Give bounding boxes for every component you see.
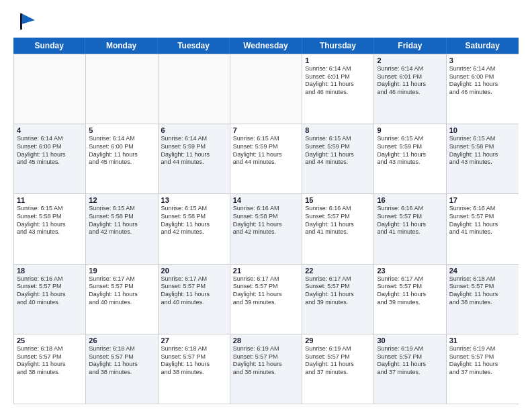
day-cell-28: 28Sunrise: 6:19 AM Sunset: 5:57 PM Dayli…: [230, 334, 302, 404]
calendar: SundayMondayTuesdayWednesdayThursdayFrid…: [13, 38, 519, 404]
day-cell-3: 3Sunrise: 6:14 AM Sunset: 6:00 PM Daylig…: [447, 54, 519, 124]
calendar-body: 1Sunrise: 6:14 AM Sunset: 6:01 PM Daylig…: [13, 54, 519, 404]
day-info: Sunrise: 6:15 AM Sunset: 5:58 PM Dayligh…: [17, 205, 83, 236]
day-cell-10: 10Sunrise: 6:15 AM Sunset: 5:58 PM Dayli…: [447, 124, 519, 193]
day-info: Sunrise: 6:15 AM Sunset: 5:59 PM Dayligh…: [377, 135, 443, 167]
day-info: Sunrise: 6:15 AM Sunset: 5:58 PM Dayligh…: [89, 205, 154, 236]
day-info: Sunrise: 6:14 AM Sunset: 6:00 PM Dayligh…: [449, 65, 516, 97]
day-number: 6: [161, 126, 227, 134]
day-info: Sunrise: 6:18 AM Sunset: 5:57 PM Dayligh…: [89, 345, 154, 377]
header-day-sunday: Sunday: [13, 38, 85, 54]
day-cell-19: 19Sunrise: 6:17 AM Sunset: 5:57 PM Dayli…: [86, 265, 158, 334]
calendar-row-0: 1Sunrise: 6:14 AM Sunset: 6:01 PM Daylig…: [14, 54, 519, 124]
svg-rect-1: [20, 13, 22, 30]
day-info: Sunrise: 6:15 AM Sunset: 5:59 PM Dayligh…: [233, 135, 299, 167]
day-number: 12: [89, 196, 154, 204]
header-day-monday: Monday: [85, 38, 157, 54]
day-info: Sunrise: 6:14 AM Sunset: 6:01 PM Dayligh…: [377, 65, 443, 97]
day-cell-26: 26Sunrise: 6:18 AM Sunset: 5:57 PM Dayli…: [86, 334, 158, 404]
day-info: Sunrise: 6:16 AM Sunset: 5:57 PM Dayligh…: [377, 205, 443, 236]
day-number: 24: [449, 267, 516, 275]
day-number: 8: [305, 126, 371, 134]
day-number: 30: [377, 336, 443, 345]
calendar-row-2: 11Sunrise: 6:15 AM Sunset: 5:58 PM Dayli…: [14, 193, 519, 263]
day-cell-12: 12Sunrise: 6:15 AM Sunset: 5:58 PM Dayli…: [86, 194, 158, 263]
logo-icon: [16, 11, 38, 32]
day-number: 19: [89, 267, 154, 275]
calendar-header: SundayMondayTuesdayWednesdayThursdayFrid…: [13, 38, 519, 54]
day-cell-5: 5Sunrise: 6:14 AM Sunset: 6:00 PM Daylig…: [86, 124, 158, 193]
day-info: Sunrise: 6:17 AM Sunset: 5:57 PM Dayligh…: [305, 275, 371, 307]
day-cell-11: 11Sunrise: 6:15 AM Sunset: 5:58 PM Dayli…: [14, 194, 86, 263]
day-cell-20: 20Sunrise: 6:17 AM Sunset: 5:57 PM Dayli…: [159, 265, 230, 334]
day-cell-23: 23Sunrise: 6:17 AM Sunset: 5:57 PM Dayli…: [374, 265, 446, 334]
day-info: Sunrise: 6:16 AM Sunset: 5:57 PM Dayligh…: [305, 205, 371, 236]
day-info: Sunrise: 6:16 AM Sunset: 5:57 PM Dayligh…: [17, 275, 83, 307]
day-info: Sunrise: 6:17 AM Sunset: 5:57 PM Dayligh…: [233, 275, 299, 307]
day-cell-25: 25Sunrise: 6:18 AM Sunset: 5:57 PM Dayli…: [14, 334, 86, 404]
day-cell-17: 17Sunrise: 6:16 AM Sunset: 5:57 PM Dayli…: [447, 194, 519, 263]
day-info: Sunrise: 6:14 AM Sunset: 5:59 PM Dayligh…: [161, 135, 227, 167]
day-number: 26: [89, 336, 154, 345]
day-cell-22: 22Sunrise: 6:17 AM Sunset: 5:57 PM Dayli…: [302, 265, 374, 334]
day-number: 27: [161, 336, 227, 345]
day-number: 1: [305, 56, 371, 64]
day-cell-9: 9Sunrise: 6:15 AM Sunset: 5:59 PM Daylig…: [374, 124, 446, 193]
day-cell-16: 16Sunrise: 6:16 AM Sunset: 5:57 PM Dayli…: [374, 194, 446, 263]
header-day-thursday: Thursday: [302, 38, 374, 54]
day-info: Sunrise: 6:16 AM Sunset: 5:57 PM Dayligh…: [449, 205, 516, 236]
empty-cell: [159, 54, 230, 124]
day-number: 5: [89, 126, 154, 134]
day-info: Sunrise: 6:18 AM Sunset: 5:57 PM Dayligh…: [449, 275, 516, 307]
day-number: 17: [449, 196, 516, 204]
day-info: Sunrise: 6:17 AM Sunset: 5:57 PM Dayligh…: [89, 275, 154, 307]
calendar-row-3: 18Sunrise: 6:16 AM Sunset: 5:57 PM Dayli…: [14, 264, 519, 334]
empty-cell: [86, 54, 158, 124]
header-day-saturday: Saturday: [447, 38, 519, 54]
day-cell-27: 27Sunrise: 6:18 AM Sunset: 5:57 PM Dayli…: [159, 334, 230, 404]
svg-marker-0: [21, 13, 35, 24]
day-cell-7: 7Sunrise: 6:15 AM Sunset: 5:59 PM Daylig…: [230, 124, 302, 193]
day-cell-30: 30Sunrise: 6:19 AM Sunset: 5:57 PM Dayli…: [374, 334, 446, 404]
day-number: 20: [161, 267, 227, 275]
day-info: Sunrise: 6:18 AM Sunset: 5:57 PM Dayligh…: [17, 345, 83, 377]
day-number: 11: [17, 196, 83, 204]
day-info: Sunrise: 6:17 AM Sunset: 5:57 PM Dayligh…: [161, 275, 227, 307]
day-number: 9: [377, 126, 443, 134]
page: SundayMondayTuesdayWednesdayThursdayFrid…: [0, 0, 532, 411]
day-info: Sunrise: 6:14 AM Sunset: 6:00 PM Dayligh…: [89, 135, 154, 167]
day-number: 2: [377, 56, 443, 64]
day-cell-1: 1Sunrise: 6:14 AM Sunset: 6:01 PM Daylig…: [302, 54, 374, 124]
empty-cell: [14, 54, 86, 124]
header: [13, 11, 519, 32]
day-number: 22: [305, 267, 371, 275]
day-info: Sunrise: 6:19 AM Sunset: 5:57 PM Dayligh…: [449, 345, 516, 377]
day-number: 16: [377, 196, 443, 204]
day-cell-4: 4Sunrise: 6:14 AM Sunset: 6:00 PM Daylig…: [14, 124, 86, 193]
day-number: 25: [17, 336, 83, 345]
day-info: Sunrise: 6:15 AM Sunset: 5:58 PM Dayligh…: [161, 205, 227, 236]
day-number: 28: [233, 336, 299, 345]
logo: [13, 11, 38, 32]
day-info: Sunrise: 6:17 AM Sunset: 5:57 PM Dayligh…: [377, 275, 443, 307]
day-info: Sunrise: 6:16 AM Sunset: 5:58 PM Dayligh…: [233, 205, 299, 236]
day-number: 3: [449, 56, 516, 64]
day-info: Sunrise: 6:18 AM Sunset: 5:57 PM Dayligh…: [161, 345, 227, 377]
day-info: Sunrise: 6:14 AM Sunset: 6:01 PM Dayligh…: [305, 65, 371, 97]
day-number: 14: [233, 196, 299, 204]
header-day-wednesday: Wednesday: [230, 38, 302, 54]
day-cell-31: 31Sunrise: 6:19 AM Sunset: 5:57 PM Dayli…: [447, 334, 519, 404]
day-number: 31: [449, 336, 516, 345]
day-info: Sunrise: 6:15 AM Sunset: 5:59 PM Dayligh…: [305, 135, 371, 167]
day-number: 21: [233, 267, 299, 275]
day-number: 23: [377, 267, 443, 275]
header-day-friday: Friday: [374, 38, 446, 54]
day-info: Sunrise: 6:19 AM Sunset: 5:57 PM Dayligh…: [377, 345, 443, 377]
day-number: 15: [305, 196, 371, 204]
calendar-row-4: 25Sunrise: 6:18 AM Sunset: 5:57 PM Dayli…: [14, 334, 519, 404]
day-number: 4: [17, 126, 83, 134]
day-info: Sunrise: 6:14 AM Sunset: 6:00 PM Dayligh…: [17, 135, 83, 167]
day-cell-13: 13Sunrise: 6:15 AM Sunset: 5:58 PM Dayli…: [159, 194, 230, 263]
day-cell-15: 15Sunrise: 6:16 AM Sunset: 5:57 PM Dayli…: [302, 194, 374, 263]
day-info: Sunrise: 6:19 AM Sunset: 5:57 PM Dayligh…: [305, 345, 371, 377]
